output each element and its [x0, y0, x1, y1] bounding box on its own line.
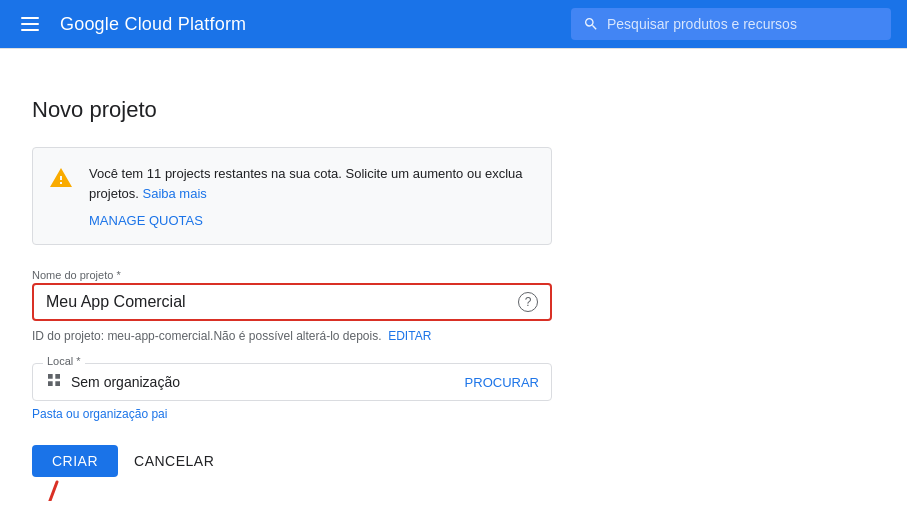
button-row: CRIAR CANCELAR — [32, 445, 552, 477]
cancelar-button[interactable]: CANCELAR — [134, 453, 214, 469]
project-id-value: meu-app-comercial. — [107, 329, 213, 343]
location-group: Local * Sem organização PROCURAR Pasta o… — [32, 363, 552, 421]
location-label: Local * — [43, 355, 85, 367]
search-input[interactable] — [607, 16, 879, 32]
svg-rect-2 — [21, 29, 39, 31]
project-name-group: Nome do projeto * ? — [32, 269, 552, 321]
saiba-mais-link[interactable]: Saiba mais — [142, 186, 206, 201]
project-name-label: Nome do projeto * — [32, 269, 552, 281]
svg-rect-0 — [21, 17, 39, 19]
form-section: Nome do projeto * ? ID do projeto: meu-a… — [32, 269, 552, 477]
search-bar[interactable] — [571, 8, 891, 40]
nav-divider — [0, 48, 907, 49]
warning-icon — [49, 166, 73, 190]
page-title: Novo projeto — [32, 97, 668, 123]
criar-button[interactable]: CRIAR — [32, 445, 118, 477]
warning-content: Você tem 11 projects restantes na sua co… — [89, 164, 535, 228]
location-wrapper: Local * Sem organização PROCURAR — [32, 363, 552, 401]
brand-name: Google Cloud Platform — [60, 14, 246, 35]
arrow-container: CRIAR — [32, 445, 118, 477]
hamburger-menu[interactable] — [16, 10, 44, 38]
page-content: Novo projeto Você tem 11 projects restan… — [0, 73, 700, 501]
location-text: Sem organização — [71, 374, 465, 390]
procurar-button[interactable]: PROCURAR — [465, 375, 539, 390]
project-id-no-change: Não é possível alterá-lo depois. — [213, 329, 381, 343]
project-name-input[interactable] — [46, 293, 510, 311]
parent-hint: Pasta ou organização pai — [32, 407, 552, 421]
location-icon — [45, 372, 63, 392]
top-nav: Google Cloud Platform — [0, 0, 907, 48]
svg-rect-1 — [21, 23, 39, 25]
warning-text: Você tem 11 projects restantes na sua co… — [89, 164, 535, 203]
project-id-hint: ID do projeto: meu-app-comercial.Não é p… — [32, 329, 552, 343]
warning-box: Você tem 11 projects restantes na sua co… — [32, 147, 552, 245]
svg-line-3 — [45, 482, 57, 501]
help-icon[interactable]: ? — [518, 292, 538, 312]
project-name-input-wrapper: ? — [32, 283, 552, 321]
manage-quotas-link[interactable]: MANAGE QUOTAS — [89, 213, 535, 228]
search-icon — [583, 16, 599, 32]
edit-project-id-link[interactable]: EDITAR — [388, 329, 431, 343]
